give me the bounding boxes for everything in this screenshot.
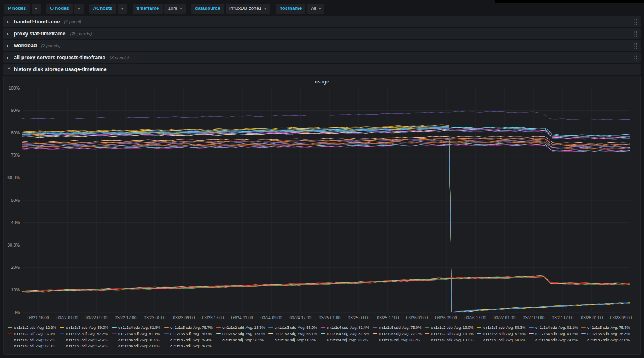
- y-axis-tick-label: 30.0%: [7, 243, 20, 247]
- variable-value-dropdown-timeframe[interactable]: 10m▾: [164, 4, 186, 14]
- legend-item-c-r1z1s2-sde[interactable]: c-r1z1s2 sdeAvg: 13.0%: [425, 324, 477, 330]
- legend-item-c-r1z1s4-sdh[interactable]: c-r1z1s4 sdhAvg: 81.2%: [529, 330, 581, 337]
- legend-color-dash: [373, 340, 377, 340]
- variable-label-timeframe: timeframe: [133, 4, 163, 14]
- panel-title[interactable]: usage: [4, 76, 640, 85]
- legend-item-c-r1z1s4-sdd[interactable]: c-r1z1s4 sddAvg: 81.4%: [321, 324, 373, 330]
- variable-value-dropdown-hostname[interactable]: All▾: [307, 4, 324, 14]
- legend-item-c-r1z1s3-sdg[interactable]: c-r1z1s3 sdgAvg: 56.1%: [268, 330, 321, 337]
- legend-item-c-r1z1s5-sdg[interactable]: c-r1z1s5 sdgAvg: 77.7%: [373, 330, 425, 337]
- variable-value-dropdown-datasource[interactable]: InfluxDB-zone1▾: [226, 4, 270, 14]
- legend-item-c-r1z1s5-sdk[interactable]: c-r1z1s5 sdkAvg: 77.0%: [581, 337, 633, 343]
- legend-item-c-r1z1s4-sdk[interactable]: c-r1z1s4 sdkAvg: 74.2%: [529, 337, 581, 343]
- time-series-plot[interactable]: 0%10%20%30.0%40%50%60.0%70%80%90%100%03/…: [6, 85, 638, 323]
- chevron-down-icon: ›: [7, 67, 12, 73]
- legend-item-c-r1z1s3-sdi[interactable]: c-r1z1s3 sdiAvg: 57.4%: [60, 337, 112, 343]
- legend-item-c-r1z1s3-sde[interactable]: c-r1z1s3 sdeAvg: 58.3%: [477, 324, 529, 330]
- legend-item-c-r1z1s2-sdj[interactable]: c-r1z1s2 sdjAvg: 13.2%: [216, 337, 268, 343]
- legend-item-c-r1z1s3-sdk[interactable]: c-r1z1s3 sdkAvg: 58.6%: [477, 337, 529, 343]
- legend-item-c-r1z1s5-sdf[interactable]: c-r1z1s5 sdfAvg: 76.9%: [164, 330, 216, 337]
- legend-color-dash: [425, 327, 429, 328]
- legend-item-c-r1z1s5-sdj[interactable]: c-r1z1s5 sdjAvg: 88.2%: [373, 337, 425, 343]
- legend-item-c-r1z1s5-sdd[interactable]: c-r1z1s5 sddAvg: 75.0%: [373, 324, 425, 330]
- usage-chart[interactable]: 0%10%20%30.0%40%50%60.0%70%80%90%100%03/…: [4, 85, 640, 323]
- row-drag-handle-icon[interactable]: [634, 30, 637, 37]
- legend-color-dash: [321, 333, 325, 334]
- legend-series-avg: Avg: 56.9%: [298, 325, 317, 330]
- chevron-down-icon: ▾: [35, 7, 37, 11]
- legend-item-c-r1z1s3-sdl[interactable]: c-r1z1s3 sdlAvg: 57.4%: [60, 343, 112, 349]
- row-drag-handle-icon[interactable]: [634, 42, 637, 49]
- legend-item-c-r1z1s5-sde[interactable]: c-r1z1s5 sdeAvg: 75.3%: [581, 324, 633, 330]
- chevron-right-icon: ›: [7, 31, 12, 37]
- row-drag-handle-icon[interactable]: [634, 18, 637, 25]
- series-line: [22, 111, 630, 120]
- legend-series-avg: Avg: 58.3%: [506, 325, 526, 330]
- row-header-history-disk-storage-usage-timeframe[interactable]: ›history disk storage usage-timeframe: [3, 64, 641, 75]
- legend-series-name: c-r1z1s5 sdf: [170, 331, 191, 336]
- row-header-proxy-stat-timeframe[interactable]: ›proxy stat-timeframe(20 panels): [3, 28, 641, 39]
- legend-item-c-r1z1s3-sdf[interactable]: c-r1z1s3 sdfAvg: 57.2%: [60, 330, 112, 337]
- legend-series-avg: Avg: 57.2%: [88, 331, 108, 336]
- legend-item-c-r1z1s2-sdl[interactable]: c-r1z1s2 sdlAvg: 12.8%: [8, 343, 60, 349]
- legend-item-c-r1z1s5-sdc[interactable]: c-r1z1s5 sdcAvg: 76.7%: [164, 324, 216, 330]
- legend-item-c-r1z1s4-sdj[interactable]: c-r1z1s4 sdjAvg: 73.7%: [321, 337, 373, 343]
- legend-item-c-r1z1s4-sdi[interactable]: c-r1z1s4 sdiAvg: 81.5%: [112, 337, 164, 343]
- x-axis-tick-label: 03/24 09:00: [261, 316, 282, 320]
- variable-label-o-nodes: O nodes: [46, 4, 73, 14]
- legend-item-c-r1z1s2-sdg[interactable]: c-r1z1s2 sdgAvg: 13.0%: [216, 330, 268, 337]
- legend-item-c-r1z1s2-sdf[interactable]: c-r1z1s2 sdfAvg: 13.0%: [8, 330, 60, 337]
- legend-item-c-r1z1s2-sdd[interactable]: c-r1z1s2 sddAvg: 13.3%: [216, 324, 268, 330]
- legend-item-c-r1z1s3-sdc[interactable]: c-r1z1s3 sdcAvg: 59.0%: [60, 324, 112, 330]
- chevron-down-icon: ▾: [319, 7, 321, 11]
- legend-item-c-r1z1s4-sdl[interactable]: c-r1z1s4 sdlAvg: 73.8%: [112, 343, 164, 349]
- legend-item-c-r1z1s5-sdl[interactable]: c-r1z1s5 sdlAvg: 76.2%: [164, 343, 216, 349]
- legend-series-name: c-r1z1s5 sdd: [379, 325, 401, 330]
- legend-color-dash: [112, 333, 117, 334]
- legend-color-dash: [477, 340, 481, 340]
- legend-series-name: c-r1z1s3 sdj: [275, 337, 295, 342]
- legend-item-c-r1z1s4-sdf[interactable]: c-r1z1s4 sdfAvg: 81.1%: [112, 330, 164, 337]
- legend-item-c-r1z1s2-sdi[interactable]: c-r1z1s2 sdiAvg: 12.7%: [8, 337, 60, 343]
- legend-series-avg: Avg: 73.7%: [348, 337, 368, 342]
- legend-item-c-r1z1s3-sdj[interactable]: c-r1z1s3 sdjAvg: 58.2%: [268, 337, 321, 343]
- legend-color-dash: [60, 333, 64, 334]
- legend-item-c-r1z1s4-sdc[interactable]: c-r1z1s4 sdcAvg: 81.8%: [112, 324, 164, 330]
- row-panel-count: (2 panels): [41, 43, 61, 48]
- legend-item-c-r1z1s3-sdh[interactable]: c-r1z1s3 sdhAvg: 57.9%: [477, 330, 529, 337]
- variable-label-achosts: AChosts: [89, 4, 116, 14]
- usage-panel: usage 0%10%20%30.0%40%50%60.0%70%80%90%1…: [3, 76, 641, 355]
- legend-series-name: c-r1z1s2 sde: [431, 325, 453, 330]
- x-axis-tick-label: 03/24 01:00: [231, 316, 253, 320]
- legend-series-name: c-r1z1s5 sde: [587, 325, 609, 330]
- legend-color-dash: [425, 333, 429, 334]
- row-drag-handle-icon[interactable]: [634, 54, 637, 61]
- legend-series-avg: Avg: 75.0%: [402, 325, 422, 330]
- row-header-handoff-timeframe[interactable]: ›handoff-timeframe(1 panel): [3, 16, 641, 27]
- legend-color-dash: [425, 340, 429, 340]
- legend-item-c-r1z1s2-sdh[interactable]: c-r1z1s2 sdhAvg: 13.1%: [425, 330, 477, 337]
- legend-color-dash: [216, 327, 221, 328]
- legend-item-c-r1z1s2-sdk[interactable]: c-r1z1s2 sdkAvg: 13.1%: [425, 337, 477, 343]
- legend-item-c-r1z1s5-sdi[interactable]: c-r1z1s5 sdiAvg: 75.4%: [164, 337, 216, 343]
- variable-value-dropdown-p-nodes[interactable]: ▾: [32, 4, 41, 14]
- chart-legend: c-r1z1s2 sdcAvg: 12.9%c-r1z1s3 sdcAvg: 5…: [4, 323, 640, 349]
- row-header-workload[interactable]: ›workload(2 panels): [3, 40, 641, 51]
- legend-item-c-r1z1s4-sde[interactable]: c-r1z1s4 sdeAvg: 81.1%: [529, 324, 581, 330]
- legend-series-name: c-r1z1s5 sdj: [379, 337, 399, 342]
- legend-item-c-r1z1s3-sdd[interactable]: c-r1z1s3 sddAvg: 56.9%: [268, 324, 321, 330]
- legend-item-c-r1z1s5-sdh[interactable]: c-r1z1s5 sdhAvg: 75.8%: [581, 330, 633, 337]
- y-axis-tick-label: 10%: [11, 287, 20, 292]
- dashboard-rows: ›handoff-timeframe(1 panel)›proxy stat-t…: [0, 16, 644, 75]
- legend-item-c-r1z1s4-sdg[interactable]: c-r1z1s4 sdgAvg: 81.8%: [321, 330, 373, 337]
- variable-value-dropdown-o-nodes[interactable]: ▾: [74, 4, 84, 14]
- x-axis-tick-label: 03/22 01:00: [57, 316, 78, 320]
- legend-color-dash: [373, 333, 377, 334]
- x-axis-tick-label: 03/25 09:00: [348, 316, 370, 320]
- variable-value-dropdown-achosts[interactable]: ▾: [118, 4, 127, 14]
- legend-item-c-r1z1s2-sdc[interactable]: c-r1z1s2 sdcAvg: 12.9%: [8, 324, 60, 330]
- row-header-all-proxy-servers-requests-timeframe[interactable]: ›all proxy servers requests-timeframe(8 …: [3, 52, 641, 63]
- series-line: [22, 144, 630, 152]
- row-panel-count: (1 panel): [64, 19, 81, 24]
- legend-series-avg: Avg: 13.3%: [246, 325, 265, 330]
